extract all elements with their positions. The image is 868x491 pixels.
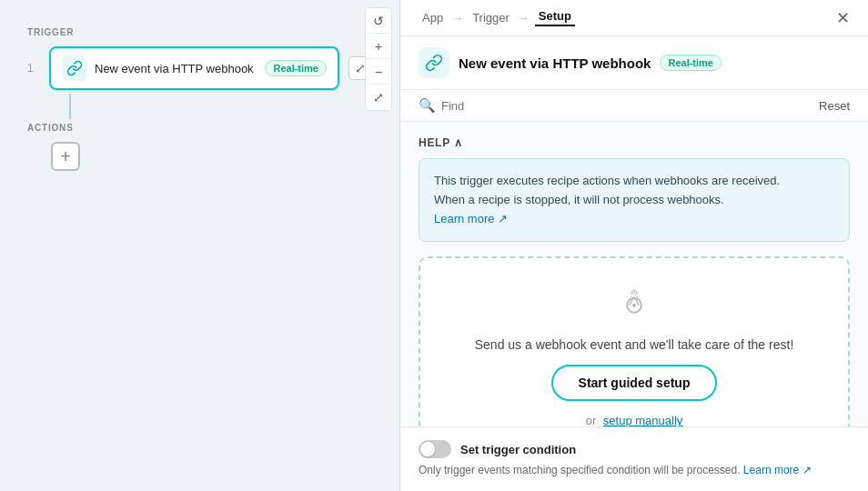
panel-badge: Real-time (660, 55, 722, 71)
canvas-controls: ↺ + − ⤢ (365, 7, 392, 111)
close-button[interactable]: ✕ (836, 10, 850, 26)
panel-webhook-icon (419, 47, 449, 78)
trigger-label: New event via HTTP webhook (95, 62, 257, 75)
start-guided-setup-button[interactable]: Start guided setup (551, 365, 718, 401)
actions-section: ACTIONS + (27, 123, 372, 171)
trigger-card[interactable]: New event via HTTP webhook Real-time (49, 46, 339, 90)
toggle-knob (420, 442, 435, 456)
panel-title: New event via HTTP webhook (459, 55, 651, 71)
webhook-send-text: Send us a webhook event and we'll take c… (475, 337, 794, 352)
nav-trigger[interactable]: Trigger (469, 11, 513, 25)
flow-area: TRIGGER 1 New event via HTTP webhook Rea… (0, 0, 399, 189)
or-word: or (586, 414, 597, 426)
help-line2: When a recipe is stopped, it will not pr… (434, 191, 834, 210)
trigger-link: HTTP webhook (172, 62, 253, 75)
top-nav: App → Trigger → Setup ✕ (400, 0, 868, 36)
flow-canvas: ↺ + − ⤢ TRIGGER 1 New event via HTTP web… (0, 0, 400, 491)
right-panel: App → Trigger → Setup ✕ New event via HT… (400, 0, 868, 491)
condition-description: Only trigger events matching specified c… (419, 464, 741, 476)
zoom-out-button[interactable]: − (366, 59, 391, 85)
condition-learn-more-link[interactable]: Learn more ↗ (743, 464, 812, 476)
panel-content: HELP ∧ This trigger executes recipe acti… (400, 122, 868, 426)
trigger-section-label: TRIGGER (27, 27, 372, 37)
search-bar: 🔍 Reset (400, 90, 868, 122)
actions-section-label: ACTIONS (27, 123, 372, 133)
add-action-button[interactable]: + (51, 142, 80, 171)
trigger-row: 1 New event via HTTP webhook Real-time ⤢ (27, 46, 372, 90)
help-header[interactable]: HELP ∧ (419, 136, 850, 149)
trigger-condition-section: Set trigger condition Only trigger event… (400, 426, 868, 491)
trigger-webhook-icon (62, 55, 87, 81)
condition-label: Set trigger condition (460, 443, 576, 456)
nav-arrow-1: → (452, 12, 463, 25)
condition-row: Set trigger condition (419, 440, 850, 458)
trigger-condition-toggle[interactable] (419, 440, 451, 458)
help-line1: This trigger executes recipe actions whe… (434, 172, 834, 191)
panel-header: New event via HTTP webhook Real-time (400, 36, 868, 90)
rotate-button[interactable]: ↺ (366, 8, 391, 34)
help-label: HELP (419, 136, 450, 149)
search-input[interactable] (441, 99, 587, 113)
search-left: 🔍 (419, 97, 587, 114)
webhook-setup-card: Send us a webhook event and we'll take c… (419, 256, 850, 426)
webhook-magic-icon (617, 284, 651, 325)
svg-point-1 (632, 304, 636, 307)
search-icon: 🔍 (419, 97, 436, 114)
realtime-badge: Real-time (265, 60, 327, 76)
condition-sub-text: Only trigger events matching specified c… (419, 462, 850, 478)
nav-setup[interactable]: Setup (535, 9, 575, 26)
zoom-in-button[interactable]: + (366, 34, 391, 59)
reset-link[interactable]: Reset (819, 99, 850, 113)
nav-app[interactable]: App (419, 11, 447, 25)
connector-line (69, 94, 71, 119)
setup-manually-link[interactable]: setup manually (603, 414, 682, 426)
help-box: This trigger executes recipe actions whe… (419, 158, 850, 242)
or-text: or setup manually (586, 414, 683, 426)
trigger-number: 1 (27, 62, 40, 75)
help-learn-more-link[interactable]: Learn more ↗ (434, 212, 508, 225)
nav-arrow-2: → (519, 12, 530, 25)
chevron-up-icon: ∧ (454, 136, 463, 149)
fit-button[interactable]: ⤢ (366, 85, 391, 110)
